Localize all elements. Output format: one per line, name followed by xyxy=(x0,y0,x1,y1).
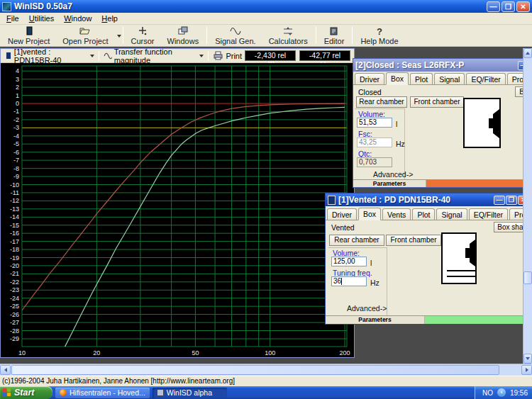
front-chamber-button[interactable]: Front chamber xyxy=(410,96,464,108)
y-tick-label: -14 xyxy=(10,213,19,220)
tab-plot[interactable]: Plot xyxy=(410,73,433,84)
box-type-selector[interactable]: Vented xyxy=(331,223,355,232)
rear-chamber-button[interactable]: Rear chamber xyxy=(329,235,384,246)
windows-button[interactable]: Windows xyxy=(161,25,206,46)
parameters-panel[interactable]: Parameters xyxy=(326,315,531,324)
signal-gen-button[interactable]: Signal Gen. xyxy=(209,25,262,46)
minimize-button[interactable]: — xyxy=(494,196,505,205)
closed-window-titlebar[interactable]: [2]Closed : Seas L26RFX-P — xyxy=(353,59,531,72)
help-mode-button[interactable]: ? Help Mode xyxy=(354,25,404,46)
cursor-button[interactable]: Cursor xyxy=(125,25,161,46)
tab-box[interactable]: Box xyxy=(358,208,381,220)
y-tick-label: -7 xyxy=(13,157,19,164)
menu-utilities[interactable]: Utilities xyxy=(24,13,59,23)
volume-field[interactable]: 51,53 xyxy=(357,118,392,128)
scroll-right-button[interactable] xyxy=(521,365,532,375)
advanced-link[interactable]: Advanced-> xyxy=(373,170,413,179)
open-folder-icon xyxy=(79,26,92,36)
taskbar: Start Hifisentralen - Hoved... WinISD al… xyxy=(0,386,532,399)
tab-signal[interactable]: Signal xyxy=(436,208,467,220)
menu-help[interactable]: Help xyxy=(96,13,123,23)
vented-window-title: [1]Vented : PD PDN15BR-40 xyxy=(338,195,450,205)
toolbar-separator xyxy=(99,51,99,61)
status-bar: (c)1996-2004 Juha Hartikainen, Janne Aho… xyxy=(0,376,532,386)
print-button[interactable]: Print xyxy=(210,51,245,60)
mdi-workspace: [1]vented : PDN15BR-40 Transfer function… xyxy=(0,47,532,376)
mdi-vertical-scrollbar[interactable] xyxy=(523,48,532,364)
editor-button[interactable]: Editor xyxy=(318,25,351,46)
y-tick-label: -28 xyxy=(10,327,19,335)
parameters-progress-bar xyxy=(425,316,531,324)
tab-box[interactable]: Box xyxy=(386,72,409,85)
parameters-header[interactable]: Parameters xyxy=(326,316,425,324)
scroll-left-button[interactable] xyxy=(0,365,11,375)
open-project-button[interactable]: Open Project xyxy=(56,25,114,46)
horizontal-scroll-thumb[interactable] xyxy=(11,365,499,375)
volume-field[interactable]: 125,00 xyxy=(331,257,367,266)
y-tick-label: -21 xyxy=(10,270,19,277)
new-project-button[interactable]: New Project xyxy=(1,25,56,46)
front-chamber-button[interactable]: Front chamber xyxy=(386,235,441,246)
vented-window-titlebar[interactable]: [1]Vented : PD PDN15BR-40 — ❐ ✕ xyxy=(326,193,531,206)
app-titlebar[interactable]: WinISD 0.50a7 — ❐ ✕ xyxy=(0,0,532,13)
toolbar-separator xyxy=(316,27,316,44)
open-project-dropdown-arrow[interactable] xyxy=(117,35,121,38)
mdi-horizontal-scrollbar[interactable] xyxy=(0,364,532,376)
taskbar-item-browser[interactable]: Hifisentralen - Hoved... xyxy=(55,388,150,398)
minimize-button[interactable]: — xyxy=(487,1,500,12)
parameters-panel[interactable]: Parameters xyxy=(353,179,531,187)
close-button[interactable]: ✕ xyxy=(516,1,530,12)
plot-toolbar: [1]vented : PDN15BR-40 Transfer function… xyxy=(1,49,354,63)
y-tick-label: 0 xyxy=(16,100,19,107)
windows-cascade-icon xyxy=(177,26,189,36)
menubar: File Utilities Window Help xyxy=(0,13,532,25)
y-tick-label: -27 xyxy=(10,319,19,326)
parameters-header[interactable]: Parameters xyxy=(353,180,426,187)
y-tick-label: -24 xyxy=(10,295,19,302)
maximize-button[interactable]: ❐ xyxy=(506,196,517,205)
scroll-down-button[interactable] xyxy=(523,354,532,364)
qtc-field: 0,703 xyxy=(357,157,392,167)
advanced-link[interactable]: Advanced-> xyxy=(347,304,387,313)
svg-text:?: ? xyxy=(377,26,382,36)
menu-window[interactable]: Window xyxy=(59,13,96,23)
winisd-icon xyxy=(157,389,164,396)
y-tick-label: -17 xyxy=(10,238,19,245)
vented-project-window: [1]Vented : PD PDN15BR-40 — ❐ ✕ Driver B… xyxy=(325,193,532,325)
y-tick-label: -11 xyxy=(11,189,19,196)
box-type-selector[interactable]: Closed xyxy=(358,88,382,96)
plot-area[interactable]: 43210-1-2-3-4-5-6-7-8-9-10-11-12-13-14-1… xyxy=(1,63,354,357)
tab-eq-filter[interactable]: EQ/Filter xyxy=(466,73,505,84)
fsc-field: 43,25 xyxy=(357,137,392,147)
taskbar-item-winisd[interactable]: WinISD alpha xyxy=(153,388,227,398)
tab-driver[interactable]: Driver xyxy=(355,73,384,84)
maximize-button[interactable]: ❐ xyxy=(501,1,515,12)
keyboard-layout-indicator[interactable]: NO xyxy=(482,389,493,397)
rear-chamber-button[interactable]: Rear chamber xyxy=(356,96,407,108)
y-tick-label: -10 xyxy=(10,181,19,189)
toolbar-separator xyxy=(123,27,123,44)
firefox-icon xyxy=(60,389,67,396)
menu-file[interactable]: File xyxy=(1,13,24,23)
tuning-freq-field[interactable]: 36 xyxy=(331,276,367,286)
printer-icon xyxy=(213,51,223,60)
tab-signal[interactable]: Signal xyxy=(434,73,465,84)
tab-vents[interactable]: Vents xyxy=(382,208,411,220)
chevron-down-icon xyxy=(199,55,204,57)
start-button[interactable]: Start xyxy=(0,386,52,399)
tab-eq-filter[interactable]: EQ/Filter xyxy=(469,208,508,220)
tab-plot[interactable]: Plot xyxy=(412,208,435,220)
plot-project-selector[interactable]: [1]vented : PDN15BR-40 xyxy=(3,47,97,64)
tuning-unit: Hz xyxy=(370,279,379,287)
y-tick-label: -19 xyxy=(10,254,19,262)
scroll-up-button[interactable] xyxy=(523,48,532,58)
arrow-left-icon xyxy=(4,368,7,372)
calculators-button[interactable]: Calculators xyxy=(262,25,314,46)
hide-icons-chevron[interactable]: ‹ xyxy=(497,388,506,397)
y-tick-label: -29 xyxy=(10,335,19,342)
vertical-scroll-thumb[interactable] xyxy=(523,271,532,284)
tab-driver[interactable]: Driver xyxy=(327,208,357,220)
plot-type-selector[interactable]: Transfer function magnitude xyxy=(101,47,207,64)
arrow-up-icon xyxy=(526,52,530,55)
fsc-unit: Hz xyxy=(396,140,405,148)
